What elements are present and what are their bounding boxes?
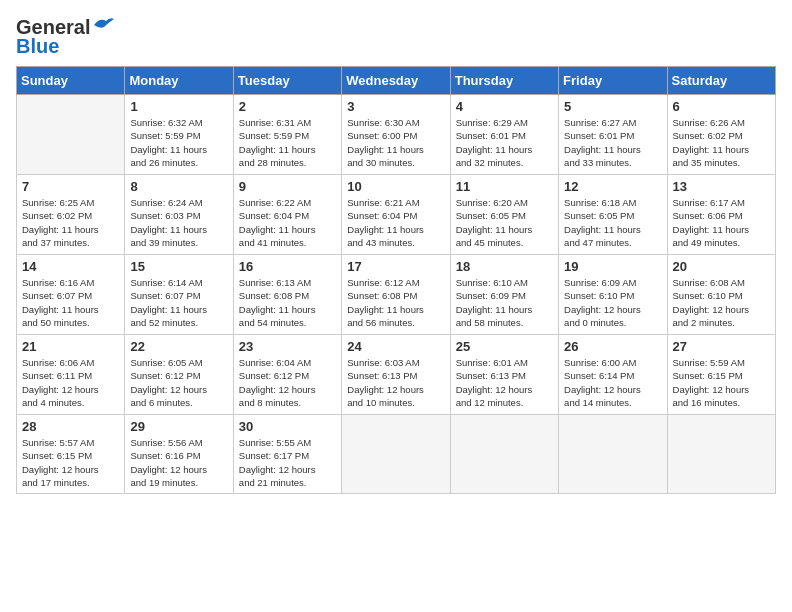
day-info: Sunrise: 6:09 AM Sunset: 6:10 PM Dayligh… [564, 276, 661, 329]
day-number: 23 [239, 339, 336, 354]
day-number: 30 [239, 419, 336, 434]
calendar-day-20: 20Sunrise: 6:08 AM Sunset: 6:10 PM Dayli… [667, 255, 775, 335]
calendar-day-28: 28Sunrise: 5:57 AM Sunset: 6:15 PM Dayli… [17, 415, 125, 494]
calendar-day-18: 18Sunrise: 6:10 AM Sunset: 6:09 PM Dayli… [450, 255, 558, 335]
weekday-header-sunday: Sunday [17, 67, 125, 95]
calendar-day-12: 12Sunrise: 6:18 AM Sunset: 6:05 PM Dayli… [559, 175, 667, 255]
calendar-day-26: 26Sunrise: 6:00 AM Sunset: 6:14 PM Dayli… [559, 335, 667, 415]
calendar-day-5: 5Sunrise: 6:27 AM Sunset: 6:01 PM Daylig… [559, 95, 667, 175]
day-info: Sunrise: 6:25 AM Sunset: 6:02 PM Dayligh… [22, 196, 119, 249]
day-info: Sunrise: 6:32 AM Sunset: 5:59 PM Dayligh… [130, 116, 227, 169]
day-info: Sunrise: 6:05 AM Sunset: 6:12 PM Dayligh… [130, 356, 227, 409]
calendar-day-23: 23Sunrise: 6:04 AM Sunset: 6:12 PM Dayli… [233, 335, 341, 415]
calendar-header-row: SundayMondayTuesdayWednesdayThursdayFrid… [17, 67, 776, 95]
calendar-day-2: 2Sunrise: 6:31 AM Sunset: 5:59 PM Daylig… [233, 95, 341, 175]
day-number: 28 [22, 419, 119, 434]
day-info: Sunrise: 6:24 AM Sunset: 6:03 PM Dayligh… [130, 196, 227, 249]
calendar-day-21: 21Sunrise: 6:06 AM Sunset: 6:11 PM Dayli… [17, 335, 125, 415]
calendar-day-14: 14Sunrise: 6:16 AM Sunset: 6:07 PM Dayli… [17, 255, 125, 335]
calendar-day-empty [17, 95, 125, 175]
day-info: Sunrise: 6:18 AM Sunset: 6:05 PM Dayligh… [564, 196, 661, 249]
day-number: 12 [564, 179, 661, 194]
calendar-week-3: 14Sunrise: 6:16 AM Sunset: 6:07 PM Dayli… [17, 255, 776, 335]
day-number: 13 [673, 179, 770, 194]
calendar-day-16: 16Sunrise: 6:13 AM Sunset: 6:08 PM Dayli… [233, 255, 341, 335]
day-number: 16 [239, 259, 336, 274]
day-info: Sunrise: 6:26 AM Sunset: 6:02 PM Dayligh… [673, 116, 770, 169]
calendar-day-empty [342, 415, 450, 494]
day-info: Sunrise: 6:29 AM Sunset: 6:01 PM Dayligh… [456, 116, 553, 169]
weekday-header-monday: Monday [125, 67, 233, 95]
calendar-day-11: 11Sunrise: 6:20 AM Sunset: 6:05 PM Dayli… [450, 175, 558, 255]
day-number: 4 [456, 99, 553, 114]
day-number: 26 [564, 339, 661, 354]
day-info: Sunrise: 6:27 AM Sunset: 6:01 PM Dayligh… [564, 116, 661, 169]
calendar-day-8: 8Sunrise: 6:24 AM Sunset: 6:03 PM Daylig… [125, 175, 233, 255]
day-info: Sunrise: 5:55 AM Sunset: 6:17 PM Dayligh… [239, 436, 336, 489]
weekday-header-friday: Friday [559, 67, 667, 95]
day-number: 6 [673, 99, 770, 114]
calendar-day-30: 30Sunrise: 5:55 AM Sunset: 6:17 PM Dayli… [233, 415, 341, 494]
day-info: Sunrise: 5:59 AM Sunset: 6:15 PM Dayligh… [673, 356, 770, 409]
calendar-day-10: 10Sunrise: 6:21 AM Sunset: 6:04 PM Dayli… [342, 175, 450, 255]
day-info: Sunrise: 6:01 AM Sunset: 6:13 PM Dayligh… [456, 356, 553, 409]
day-number: 15 [130, 259, 227, 274]
day-number: 8 [130, 179, 227, 194]
day-number: 20 [673, 259, 770, 274]
calendar-week-5: 28Sunrise: 5:57 AM Sunset: 6:15 PM Dayli… [17, 415, 776, 494]
day-info: Sunrise: 6:20 AM Sunset: 6:05 PM Dayligh… [456, 196, 553, 249]
weekday-header-tuesday: Tuesday [233, 67, 341, 95]
day-number: 22 [130, 339, 227, 354]
day-info: Sunrise: 6:06 AM Sunset: 6:11 PM Dayligh… [22, 356, 119, 409]
day-number: 7 [22, 179, 119, 194]
day-number: 25 [456, 339, 553, 354]
calendar-week-1: 1Sunrise: 6:32 AM Sunset: 5:59 PM Daylig… [17, 95, 776, 175]
calendar-day-13: 13Sunrise: 6:17 AM Sunset: 6:06 PM Dayli… [667, 175, 775, 255]
day-info: Sunrise: 6:22 AM Sunset: 6:04 PM Dayligh… [239, 196, 336, 249]
logo: General Blue [16, 16, 114, 58]
calendar-day-22: 22Sunrise: 6:05 AM Sunset: 6:12 PM Dayli… [125, 335, 233, 415]
weekday-header-wednesday: Wednesday [342, 67, 450, 95]
calendar-day-29: 29Sunrise: 5:56 AM Sunset: 6:16 PM Dayli… [125, 415, 233, 494]
calendar-day-27: 27Sunrise: 5:59 AM Sunset: 6:15 PM Dayli… [667, 335, 775, 415]
day-number: 10 [347, 179, 444, 194]
day-info: Sunrise: 5:56 AM Sunset: 6:16 PM Dayligh… [130, 436, 227, 489]
day-number: 11 [456, 179, 553, 194]
calendar-day-15: 15Sunrise: 6:14 AM Sunset: 6:07 PM Dayli… [125, 255, 233, 335]
weekday-header-thursday: Thursday [450, 67, 558, 95]
calendar-day-6: 6Sunrise: 6:26 AM Sunset: 6:02 PM Daylig… [667, 95, 775, 175]
day-info: Sunrise: 6:21 AM Sunset: 6:04 PM Dayligh… [347, 196, 444, 249]
calendar-day-empty [450, 415, 558, 494]
calendar-day-24: 24Sunrise: 6:03 AM Sunset: 6:13 PM Dayli… [342, 335, 450, 415]
day-info: Sunrise: 6:04 AM Sunset: 6:12 PM Dayligh… [239, 356, 336, 409]
day-info: Sunrise: 6:00 AM Sunset: 6:14 PM Dayligh… [564, 356, 661, 409]
weekday-header-saturday: Saturday [667, 67, 775, 95]
day-info: Sunrise: 6:12 AM Sunset: 6:08 PM Dayligh… [347, 276, 444, 329]
calendar-week-2: 7Sunrise: 6:25 AM Sunset: 6:02 PM Daylig… [17, 175, 776, 255]
day-info: Sunrise: 6:16 AM Sunset: 6:07 PM Dayligh… [22, 276, 119, 329]
calendar-day-4: 4Sunrise: 6:29 AM Sunset: 6:01 PM Daylig… [450, 95, 558, 175]
day-info: Sunrise: 6:10 AM Sunset: 6:09 PM Dayligh… [456, 276, 553, 329]
calendar-table: SundayMondayTuesdayWednesdayThursdayFrid… [16, 66, 776, 494]
day-info: Sunrise: 6:14 AM Sunset: 6:07 PM Dayligh… [130, 276, 227, 329]
day-number: 1 [130, 99, 227, 114]
day-number: 21 [22, 339, 119, 354]
day-number: 5 [564, 99, 661, 114]
day-number: 14 [22, 259, 119, 274]
day-info: Sunrise: 6:30 AM Sunset: 6:00 PM Dayligh… [347, 116, 444, 169]
day-number: 29 [130, 419, 227, 434]
calendar-day-3: 3Sunrise: 6:30 AM Sunset: 6:00 PM Daylig… [342, 95, 450, 175]
day-number: 18 [456, 259, 553, 274]
logo-bird-icon [92, 15, 114, 33]
day-number: 24 [347, 339, 444, 354]
day-info: Sunrise: 5:57 AM Sunset: 6:15 PM Dayligh… [22, 436, 119, 489]
day-number: 27 [673, 339, 770, 354]
calendar-day-25: 25Sunrise: 6:01 AM Sunset: 6:13 PM Dayli… [450, 335, 558, 415]
day-number: 17 [347, 259, 444, 274]
page-header: General Blue [16, 16, 776, 58]
day-number: 9 [239, 179, 336, 194]
day-number: 19 [564, 259, 661, 274]
day-number: 3 [347, 99, 444, 114]
day-info: Sunrise: 6:31 AM Sunset: 5:59 PM Dayligh… [239, 116, 336, 169]
logo-blue: Blue [16, 35, 59, 58]
